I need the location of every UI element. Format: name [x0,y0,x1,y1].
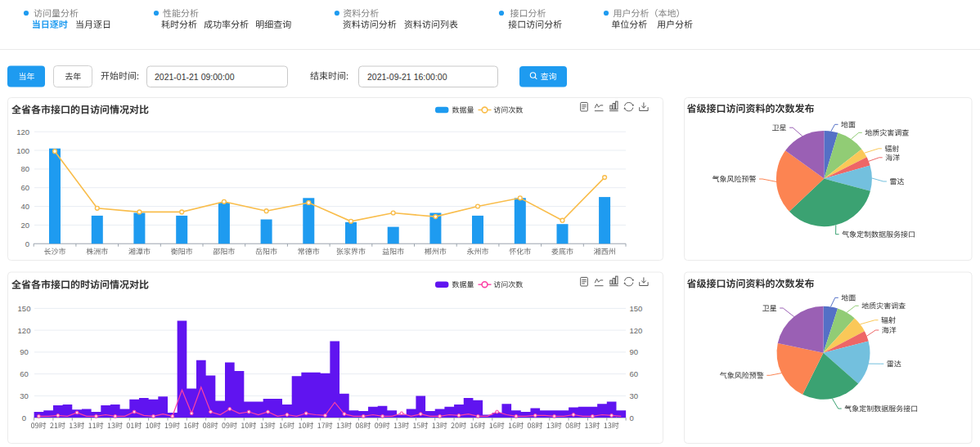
svg-text:0: 0 [22,413,26,422]
svg-text:80: 80 [20,164,29,173]
svg-text:120: 120 [16,127,29,136]
svg-text:120: 120 [630,326,643,335]
svg-text:90: 90 [630,347,639,356]
svg-text:120: 120 [18,326,31,335]
svg-text:60: 60 [20,369,29,378]
svg-text:150: 150 [630,304,643,313]
svg-text:60: 60 [20,183,29,192]
svg-text:0: 0 [25,239,29,248]
svg-text:90: 90 [20,347,29,356]
svg-text:30: 30 [20,391,29,400]
svg-text:2021-01-21 09:00:00: 2021-01-21 09:00:00 [155,72,235,82]
svg-text:60: 60 [630,369,639,378]
svg-text:150: 150 [18,304,31,313]
svg-text:0: 0 [630,413,634,422]
svg-text:20: 20 [20,221,29,230]
svg-text:100: 100 [16,146,29,155]
svg-text:2021-09-21 16:00:00: 2021-09-21 16:00:00 [367,72,447,82]
svg-text:40: 40 [20,202,29,211]
svg-text:30: 30 [630,391,639,400]
